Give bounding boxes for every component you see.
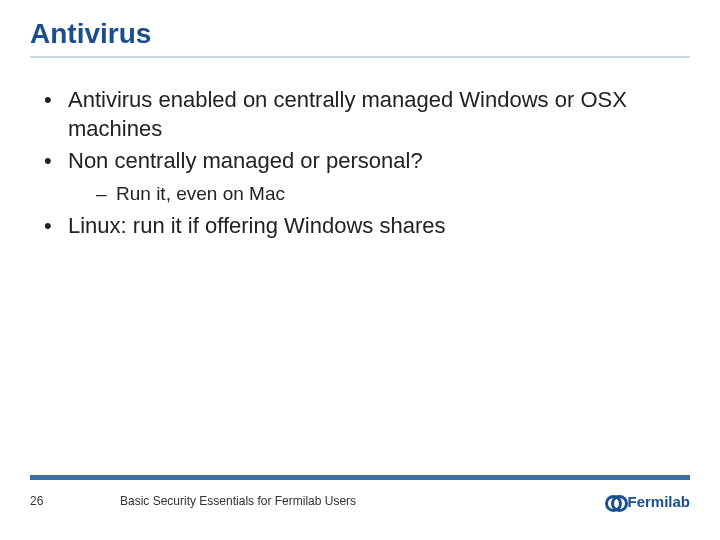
title-divider — [30, 56, 690, 58]
slide: Antivirus Antivirus enabled on centrally… — [0, 0, 720, 540]
bullet-text: Linux: run it if offering Windows shares — [68, 213, 445, 238]
bullet-text: Antivirus enabled on centrally managed W… — [68, 87, 627, 141]
bullet-item: Non centrally managed or personal? Run i… — [44, 147, 690, 206]
footer: 26 Basic Security Essentials for Fermila… — [0, 475, 720, 510]
logo-text: Fermilab — [627, 493, 690, 510]
footer-row: 26 Basic Security Essentials for Fermila… — [0, 492, 720, 510]
slide-content: Antivirus enabled on centrally managed W… — [30, 86, 690, 241]
sub-bullet-text: Run it, even on Mac — [116, 183, 285, 204]
bullet-list: Antivirus enabled on centrally managed W… — [30, 86, 690, 241]
bullet-item: Antivirus enabled on centrally managed W… — [44, 86, 690, 143]
slide-title: Antivirus — [30, 18, 690, 50]
sub-bullet-list: Run it, even on Mac — [68, 182, 690, 207]
fermilab-logo-icon — [605, 492, 623, 510]
page-number: 26 — [30, 494, 120, 508]
bullet-text: Non centrally managed or personal? — [68, 148, 423, 173]
bullet-item: Linux: run it if offering Windows shares — [44, 212, 690, 241]
footer-title: Basic Security Essentials for Fermilab U… — [120, 494, 605, 508]
sub-bullet-item: Run it, even on Mac — [96, 182, 690, 207]
footer-divider — [30, 475, 690, 480]
logo: Fermilab — [605, 492, 690, 510]
